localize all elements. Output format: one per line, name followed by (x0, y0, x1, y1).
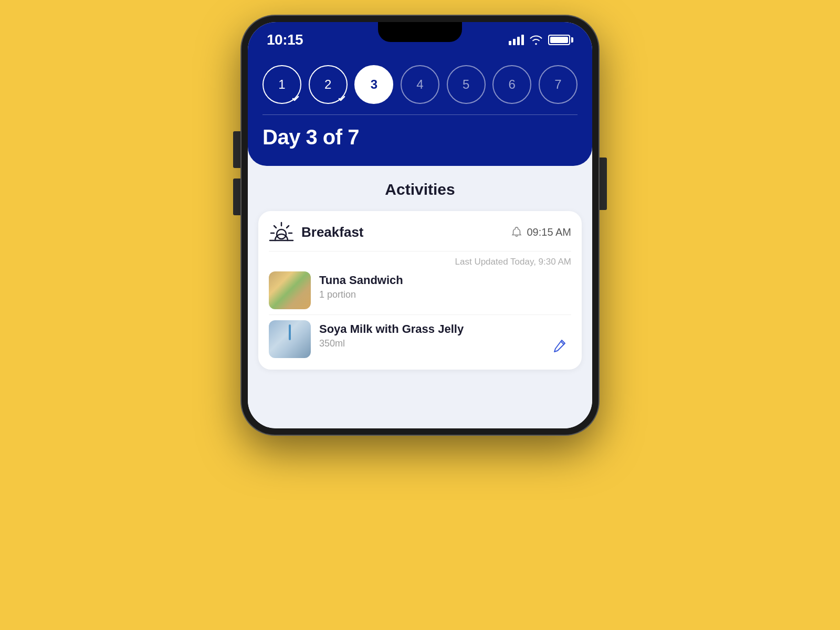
check-arc-2 (336, 92, 348, 104)
wifi-icon (529, 35, 543, 45)
food-info-2: Soya Milk with Grass Jelly 350ml (319, 320, 571, 349)
header-divider (262, 114, 578, 115)
status-icons (509, 35, 573, 45)
status-bar: 10:15 (248, 22, 592, 52)
activity-header: Breakfast 09:15 AM (269, 222, 571, 243)
food-item-2: Soya Milk with Grass Jelly 350ml (269, 314, 571, 363)
food-name-2: Soya Milk with Grass Jelly (319, 322, 571, 336)
activity-time-text: 09:15 AM (527, 226, 571, 238)
last-updated: Last Updated Today, 9:30 AM (269, 257, 571, 267)
day-circle-2[interactable]: 2 (309, 65, 348, 104)
activities-title: Activities (258, 181, 582, 198)
sunrise-icon (269, 222, 294, 243)
phone-screen: 10:15 (248, 22, 592, 428)
day-circle-4[interactable]: 4 (401, 65, 439, 104)
header-section: 1 2 3 (248, 52, 592, 166)
svg-line-3 (287, 226, 289, 228)
battery-icon (548, 35, 573, 45)
activity-title-group: Breakfast (269, 222, 364, 243)
day-circles: 1 2 3 (262, 65, 578, 104)
edit-button[interactable] (550, 336, 569, 357)
activity-name: Breakfast (301, 224, 364, 240)
food-portion-2: 350ml (319, 338, 571, 349)
content-area: Activities (248, 166, 592, 428)
phone-frame: 10:15 (242, 16, 598, 435)
phone-wrapper: 10:15 (242, 16, 598, 435)
volume-up-button[interactable] (233, 131, 240, 168)
svg-line-4 (274, 226, 276, 228)
activity-card: Breakfast 09:15 AM (258, 211, 582, 370)
activity-time: 09:15 AM (511, 226, 571, 238)
day-circle-7[interactable]: 7 (539, 65, 578, 104)
food-portion-1: 1 portion (319, 289, 571, 300)
bell-icon (511, 226, 522, 238)
power-button[interactable] (600, 158, 607, 210)
signal-icon (509, 35, 524, 45)
soya-milk-image (269, 320, 311, 358)
tuna-sandwich-image (269, 271, 311, 309)
volume-down-button[interactable] (233, 178, 240, 215)
day-circle-1[interactable]: 1 (262, 65, 301, 104)
notch (378, 22, 462, 42)
day-circle-5[interactable]: 5 (447, 65, 486, 104)
food-name-1: Tuna Sandwich (319, 274, 571, 287)
check-arc-1 (290, 92, 301, 104)
day-title: Day 3 of 7 (262, 125, 578, 149)
day-circle-6[interactable]: 6 (492, 65, 531, 104)
status-time: 10:15 (267, 32, 303, 48)
food-item-1: Last Updated Today, 9:30 AM Tuna Sandwic… (269, 251, 571, 314)
food-info-1: Tuna Sandwich 1 portion (319, 271, 571, 300)
day-circle-3[interactable]: 3 (354, 65, 393, 104)
